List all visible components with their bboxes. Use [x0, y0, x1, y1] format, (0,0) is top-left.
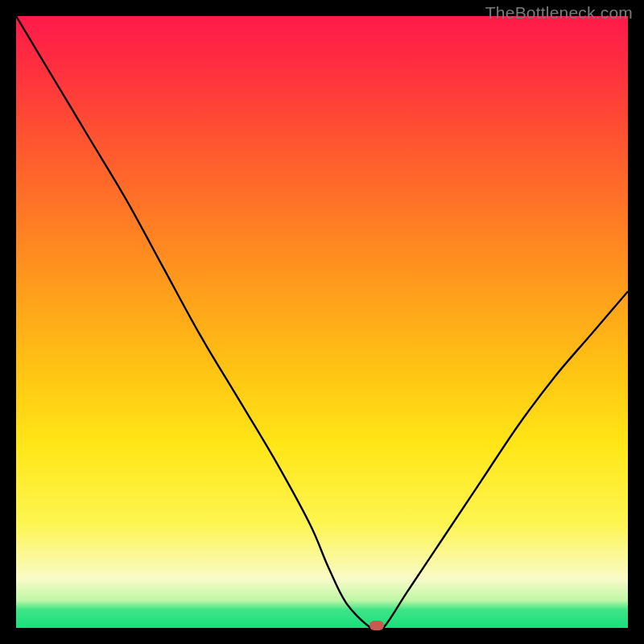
optimal-point-marker	[369, 621, 384, 630]
watermark-text: TheBottleneck.com	[485, 3, 633, 23]
chart-frame: TheBottleneck.com	[0, 0, 644, 644]
bottleneck-curve	[16, 16, 628, 628]
